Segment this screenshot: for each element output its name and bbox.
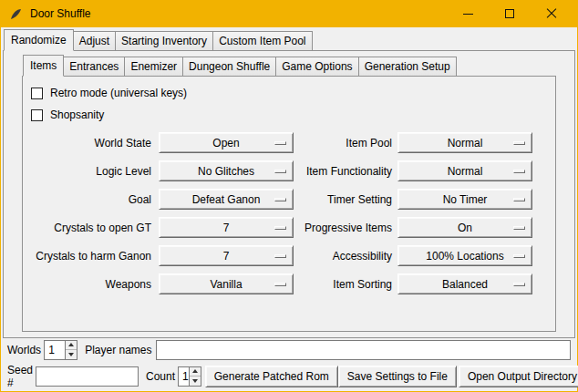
inner-tab-bar: Items Entrances Enemizer Dungeon Shuffle… <box>23 55 574 77</box>
dropdown-value: Normal <box>448 165 483 178</box>
dropdown-accessibility[interactable]: 100% Locations <box>397 245 532 266</box>
minimize-icon <box>463 14 473 15</box>
progressive-items-label: Progressive Items <box>301 222 392 234</box>
tab-starting-inventory[interactable]: Starting Inventory <box>115 31 213 51</box>
maximize-icon <box>505 9 514 18</box>
tab-enemizer[interactable]: Enemizer <box>124 57 183 77</box>
logic-level-label: Logic Level <box>29 165 151 178</box>
dropdown-indicator-icon <box>513 283 525 286</box>
dropdown-item-sorting[interactable]: Balanced <box>397 273 532 294</box>
randomize-pane: Items Entrances Enemizer Dungeon Shuffle… <box>3 50 575 338</box>
window: Door Shuffle Randomize Adjust Starting I… <box>0 0 578 392</box>
maximize-button[interactable] <box>489 0 531 27</box>
generate-patched-rom-button[interactable]: Generate Patched Rom <box>205 366 338 387</box>
app-icon <box>8 6 23 21</box>
option-row: Logic Level No Glitches Item Functionali… <box>29 157 551 185</box>
dropdown-indicator-icon <box>513 170 525 173</box>
dropdown-value: No Glitches <box>198 165 254 178</box>
worlds-row: Worlds 1 Player names <box>1 338 577 361</box>
arrow-up-icon <box>68 343 74 346</box>
tab-items[interactable]: Items <box>23 55 64 77</box>
option-row: Goal Defeat Ganon Timer Setting No Timer <box>29 185 551 213</box>
close-icon <box>546 8 557 19</box>
dropdown-weapons[interactable]: Vanilla <box>159 273 294 294</box>
dropdown-indicator-icon <box>274 226 286 230</box>
seed-row: Seed # Count 1 Generate Patched Rom Save… <box>1 365 577 387</box>
dropdown-item-pool[interactable]: Normal <box>397 132 532 153</box>
outer-tab-bar: Randomize Adjust Starting Inventory Cust… <box>4 29 577 51</box>
dropdown-indicator-icon <box>274 198 286 201</box>
item-functionality-label: Item Functionality <box>301 165 392 178</box>
worlds-label: Worlds <box>7 344 41 356</box>
dropdown-indicator-icon <box>274 283 286 286</box>
tab-dungeon-shuffle[interactable]: Dungeon Shuffle <box>182 57 276 77</box>
tab-adjust[interactable]: Adjust <box>73 31 116 51</box>
count-stepper-down[interactable] <box>190 377 201 386</box>
dropdown-indicator-icon <box>513 254 525 258</box>
dropdown-value: Vanilla <box>210 278 242 291</box>
dropdown-timer-setting[interactable]: No Timer <box>397 189 532 210</box>
retro-mode-checkbox[interactable] <box>31 88 43 99</box>
window-controls <box>447 0 573 27</box>
crystals-harm-ganon-label: Crystals to harm Ganon <box>29 250 151 263</box>
shopsanity-checkbox[interactable] <box>31 109 43 121</box>
minimize-button[interactable] <box>447 0 489 27</box>
checkbox-row-retro-mode[interactable]: Retro mode (universal keys) <box>29 82 551 104</box>
weapons-label: Weapons <box>29 278 151 291</box>
arrow-up-icon <box>192 369 198 373</box>
worlds-stepper-down[interactable] <box>66 350 77 359</box>
dropdown-value: On <box>458 222 472 234</box>
crystals-open-gt-label: Crystals to open GT <box>29 222 151 234</box>
close-button[interactable] <box>531 0 573 27</box>
option-row: Weapons Vanilla Item Sorting Balanced <box>29 270 551 298</box>
count-stepper[interactable]: 1 <box>178 366 201 387</box>
tab-game-options[interactable]: Game Options <box>275 57 358 77</box>
dropdown-value: Open <box>212 137 239 150</box>
dropdown-item-functionality[interactable]: Normal <box>397 160 532 181</box>
seed-label: Seed # <box>7 364 33 389</box>
option-row: Crystals to harm Ganon 7 Accessibility 1… <box>29 242 551 270</box>
options-grid: World State Open Item Pool Normal Logic … <box>29 129 551 298</box>
dropdown-logic-level[interactable]: No Glitches <box>159 160 294 181</box>
worlds-stepper-up[interactable] <box>66 341 77 351</box>
dropdown-indicator-icon <box>274 141 286 145</box>
dropdown-indicator-icon <box>513 141 525 145</box>
tab-custom-item-pool[interactable]: Custom Item Pool <box>212 31 312 51</box>
tab-randomize[interactable]: Randomize <box>4 29 74 51</box>
open-output-directory-button[interactable]: Open Output Directory <box>459 366 578 387</box>
item-sorting-label: Item Sorting <box>301 278 392 291</box>
dropdown-indicator-icon <box>274 170 286 173</box>
dropdown-value: Normal <box>448 137 483 150</box>
player-names-label: Player names <box>85 344 151 356</box>
dropdown-indicator-icon <box>274 254 286 258</box>
dropdown-crystals-harm-ganon[interactable]: 7 <box>159 245 294 266</box>
count-stepper-up[interactable] <box>190 367 201 377</box>
spinner-arrows <box>189 367 201 386</box>
items-pane: Retro mode (universal keys) Shopsanity W… <box>22 76 556 332</box>
dropdown-value: Balanced <box>442 278 488 291</box>
tab-generation-setup[interactable]: Generation Setup <box>358 57 457 77</box>
count-label: Count <box>146 370 175 383</box>
worlds-stepper[interactable]: 1 <box>44 340 77 360</box>
dropdown-progressive-items[interactable]: On <box>397 217 532 238</box>
spinner-arrows <box>65 341 77 359</box>
timer-setting-label: Timer Setting <box>301 193 392 206</box>
checkbox-row-shopsanity[interactable]: Shopsanity <box>29 104 551 126</box>
tab-entrances[interactable]: Entrances <box>63 57 125 77</box>
arrow-down-icon <box>192 379 198 383</box>
dropdown-world-state[interactable]: Open <box>159 132 294 153</box>
count-value[interactable]: 1 <box>179 367 189 386</box>
save-settings-button[interactable]: Save Settings to File <box>338 366 457 387</box>
player-names-input[interactable] <box>156 340 572 360</box>
dropdown-crystals-open-gt[interactable]: 7 <box>159 217 294 238</box>
dropdown-value: 100% Locations <box>426 250 503 263</box>
dropdown-value: 7 <box>223 250 230 263</box>
retro-mode-label: Retro mode (universal keys) <box>50 87 187 99</box>
worlds-value[interactable]: 1 <box>45 341 65 359</box>
dropdown-goal[interactable]: Defeat Ganon <box>159 189 294 210</box>
option-row: Crystals to open GT 7 Progressive Items … <box>29 213 551 242</box>
shopsanity-label: Shopsanity <box>50 108 104 121</box>
titlebar: Door Shuffle <box>0 0 578 27</box>
seed-input[interactable] <box>36 366 139 387</box>
dropdown-value: No Timer <box>443 193 488 206</box>
